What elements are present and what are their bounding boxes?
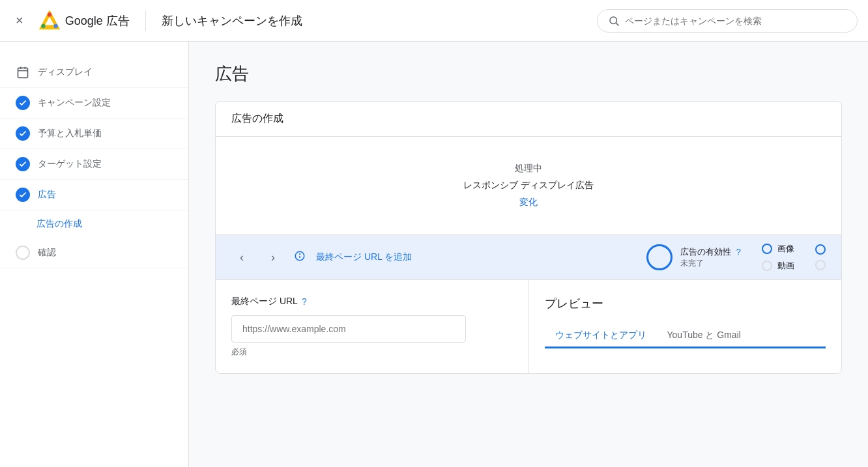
url-section: 最終ページ URL ? 必須: [216, 280, 529, 373]
card-header: 広告の作成: [216, 102, 841, 137]
sidebar-display-label: ディスプレイ: [38, 66, 93, 78]
bottom-section: 最終ページ URL ? 必須 プレビュー ウェブサイトとアプリ YouTube …: [216, 279, 841, 373]
sidebar-item-budget[interactable]: 予算と入札単価: [0, 119, 188, 149]
extra-radio-2[interactable]: [815, 260, 826, 270]
page-header-title: 新しいキャンペーンを作成: [162, 13, 302, 29]
brand-name: Google 広告: [65, 13, 130, 29]
info-icon[interactable]: [294, 250, 306, 265]
search-box[interactable]: [597, 9, 858, 33]
logo: Google 広告: [39, 10, 130, 31]
next-button[interactable]: ›: [263, 247, 283, 268]
svg-point-2: [41, 23, 45, 27]
sidebar-item-display[interactable]: ディスプレイ: [0, 57, 188, 88]
sidebar-budget-label: 予算と入札単価: [38, 128, 102, 139]
main-content: 広告 広告の作成 処理中 レスポンシブ ディスプレイ広告 変化 ‹ ›: [189, 42, 868, 467]
processing-label: 処理中: [515, 163, 542, 175]
search-icon: [608, 15, 620, 27]
video-radio[interactable]: [762, 261, 772, 271]
sidebar-target-label: ターゲット設定: [38, 158, 102, 170]
effectiveness-section: 広告の有効性 ? 未完了: [646, 244, 741, 270]
image-option[interactable]: 画像: [762, 243, 794, 255]
svg-point-3: [53, 23, 57, 27]
empty-circle-icon: [16, 246, 30, 260]
required-text: 必須: [231, 347, 513, 358]
ad-type-label: レスポンシブ ディスプレイ広告: [463, 180, 594, 191]
calendar-icon: [16, 65, 30, 79]
image-radio[interactable]: [762, 244, 772, 254]
sidebar-item-confirm[interactable]: 確認: [0, 238, 188, 268]
sidebar-confirm-label: 確認: [38, 247, 56, 259]
prev-button[interactable]: ‹: [231, 247, 252, 268]
header-divider: [145, 10, 146, 31]
close-button[interactable]: ×: [10, 10, 29, 31]
ad-creation-area: 処理中 レスポンシブ ディスプレイ広告 変化: [216, 137, 841, 234]
effectiveness-label: 広告の有効性 ?: [680, 246, 741, 258]
nav-bar: ‹ › 最終ページ URL を追加 広告の有効性: [216, 234, 841, 279]
extra-options: [815, 244, 826, 270]
sidebar-create-ad-label: 広告の作成: [36, 218, 82, 230]
svg-point-4: [47, 12, 51, 16]
layout: ディスプレイ キャンペーン設定 予算と入札単価: [0, 42, 868, 467]
url-label: 最終ページ URL ?: [231, 296, 513, 307]
preview-tabs: ウェブサイトとアプリ YouTube と Gmail: [545, 324, 826, 348]
sidebar-item-campaign-settings[interactable]: キャンペーン設定: [0, 88, 188, 119]
change-link[interactable]: 変化: [519, 197, 538, 208]
preview-section: プレビュー ウェブサイトとアプリ YouTube と Gmail: [529, 280, 842, 373]
sidebar-item-ads[interactable]: 広告: [0, 180, 188, 210]
image-label: 画像: [777, 243, 794, 255]
google-ads-logo: [39, 10, 60, 31]
tab-youtube[interactable]: YouTube と Gmail: [657, 324, 751, 347]
check-circle-icon: [16, 96, 30, 110]
add-url-label: 最終ページ URL を追加: [316, 251, 636, 263]
preview-title: プレビュー: [545, 296, 826, 311]
media-options: 画像 動画: [762, 243, 794, 272]
sidebar-subitem-create-ad[interactable]: 広告の作成: [0, 210, 188, 238]
effectiveness-info: 広告の有効性 ? 未完了: [680, 246, 741, 269]
effectiveness-circle: [646, 244, 673, 270]
ad-creation-card: 広告の作成 処理中 レスポンシブ ディスプレイ広告 変化 ‹ › 最終ペ: [215, 101, 842, 374]
url-help-icon[interactable]: ?: [302, 296, 307, 307]
header: × Google 広告 新しいキャンペーンを作成: [0, 0, 868, 42]
sidebar-ads-label: 広告: [38, 189, 56, 201]
video-option[interactable]: 動画: [762, 260, 794, 272]
svg-rect-7: [18, 68, 28, 78]
effectiveness-help-icon[interactable]: ?: [736, 247, 741, 257]
search-input[interactable]: [625, 16, 846, 26]
extra-radio-1[interactable]: [815, 244, 826, 255]
check-circle-active-icon: [16, 188, 30, 202]
effectiveness-status: 未完了: [680, 258, 741, 269]
sidebar-item-target[interactable]: ターゲット設定: [0, 149, 188, 180]
url-input[interactable]: [231, 315, 466, 343]
sidebar-campaign-settings-label: キャンペーン設定: [38, 97, 111, 109]
tab-web[interactable]: ウェブサイトとアプリ: [545, 324, 657, 348]
check-circle-icon: [16, 157, 30, 171]
video-label: 動画: [777, 260, 794, 272]
check-circle-icon: [16, 126, 30, 141]
page-title: 広告: [215, 63, 842, 85]
svg-point-5: [610, 17, 617, 24]
sidebar: ディスプレイ キャンペーン設定 予算と入札単価: [0, 42, 189, 467]
svg-line-6: [616, 23, 618, 25]
